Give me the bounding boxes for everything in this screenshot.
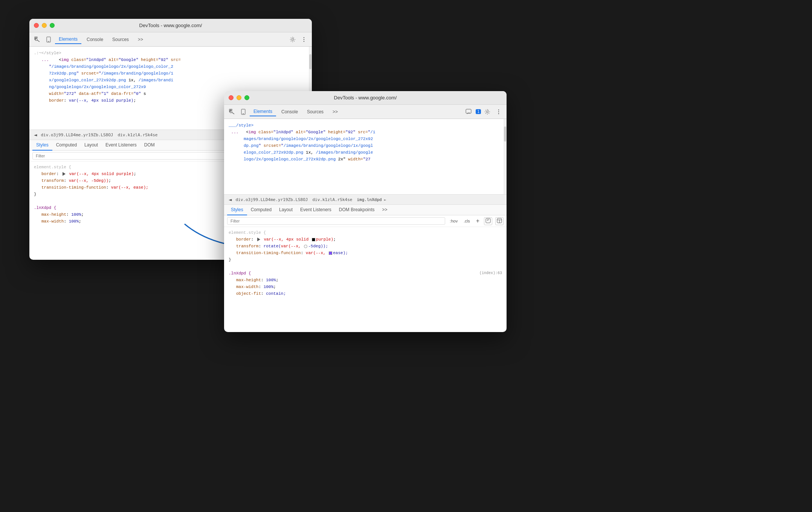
html-content-2: ___/style> ... <img class="lnXdpd" alt="…	[224, 119, 507, 166]
mobile-icon[interactable]	[44, 35, 53, 44]
html-scrollbar-thumb-1[interactable]	[309, 54, 311, 69]
svg-point-20	[498, 109, 499, 110]
styles-tab-layout-2[interactable]: Layout	[275, 205, 296, 215]
tab-elements-2[interactable]: Elements	[250, 107, 276, 116]
close-button-2[interactable]	[229, 95, 234, 100]
styles-tab-events-2[interactable]: Event Listeners	[296, 205, 335, 215]
breadcrumb-img[interactable]: img.lnXdpd	[357, 197, 382, 202]
toolbar-2: Elements Console Sources >> 1	[224, 105, 507, 119]
styles-tab-styles-1[interactable]: Styles	[32, 140, 52, 151]
tab-more-1[interactable]: >>	[134, 35, 147, 44]
cls-btn-2[interactable]: .cls	[462, 218, 472, 224]
chat-icon-2[interactable]	[464, 107, 473, 117]
tab-elements-1[interactable]: Elements	[55, 35, 81, 44]
svg-point-8	[304, 37, 304, 38]
svg-point-9	[304, 39, 304, 40]
html-line-5: x/googlelogo_color_272x92dp.png 1x, /ima…	[34, 77, 307, 84]
titlebar-2: DevTools - www.google.com/	[224, 91, 507, 105]
maximize-button-1[interactable]	[50, 23, 55, 28]
html-line-4: 72x92dp.png" srcset="/images/branding/go…	[34, 70, 307, 77]
more-options-icon-1[interactable]	[299, 35, 309, 44]
border-triangle-2[interactable]	[257, 238, 260, 241]
html-line2-5: elogo_color_272x92dp.png 1x, /images/bra…	[229, 149, 502, 156]
html-line2-3: mages/branding/googlelogo/2x/googlelogo_…	[229, 136, 502, 142]
tab-sources-2[interactable]: Sources	[303, 108, 327, 116]
hov-btn-2[interactable]: :hov	[448, 218, 459, 224]
styles-tab-computed-2[interactable]: Computed	[247, 205, 275, 215]
border-color-swatch[interactable]	[312, 238, 315, 241]
layout-btn-2[interactable]	[495, 217, 504, 225]
devtools-window-2: DevTools - www.google.com/ Elements Cons…	[224, 91, 507, 332]
timing-swatch[interactable]	[329, 251, 332, 255]
svg-point-21	[498, 111, 499, 112]
breadcrumb-bar-2: ◄ div.o3j99.LLD4me.yr19Zb.LS8OJ div.k1zl…	[224, 194, 507, 205]
styles-tab-dom-2[interactable]: DOM Breakpoints	[335, 205, 379, 215]
styles-tab-more-2[interactable]: >>	[379, 205, 391, 215]
html-line2-2: ... <img class="lnXdpd" alt="Google" hei…	[229, 129, 502, 136]
border-triangle-1[interactable]	[63, 172, 66, 176]
settings-icon-1[interactable]	[288, 35, 298, 44]
breadcrumb-div-2[interactable]: div.k1zlA.rSk4se	[313, 197, 353, 202]
styles-tab-events-1[interactable]: Event Listeners	[102, 140, 140, 151]
new-style-btn-2[interactable]: +	[475, 217, 481, 225]
svg-rect-1	[36, 37, 37, 38]
html-line-6: ng/googlelogo/2x/googlelogo_color_272x9	[34, 84, 307, 90]
filter-input-2[interactable]	[227, 217, 445, 225]
html-panel-2: ___/style> ... <img class="lnXdpd" alt="…	[224, 119, 507, 194]
tab-console-1[interactable]: Console	[83, 35, 107, 44]
minimize-button-1[interactable]	[42, 23, 47, 28]
css-rule-element-style-2: element.style { border: var(--x, 4px sol…	[229, 229, 502, 263]
svg-point-19	[487, 111, 488, 113]
node-style-btn-2[interactable]	[484, 217, 492, 225]
svg-rect-12	[231, 109, 232, 110]
mobile-icon-2[interactable]	[238, 107, 248, 117]
filter-bar-2: :hov .cls +	[224, 215, 507, 227]
styles-tab-styles-2[interactable]: Styles	[227, 205, 247, 215]
svg-rect-18	[466, 109, 471, 113]
css-rule-lnxdpd-2: .lnXdpd { (index):63 max-height: 100%; m…	[229, 270, 502, 297]
html-line-1: .:~</style>	[34, 50, 307, 56]
svg-point-10	[304, 41, 304, 41]
titlebar-1: DevTools - www.google.com/	[29, 19, 312, 32]
transform-swatch[interactable]	[304, 245, 307, 248]
html-line-2: ... <img class="lnXdpd" alt="Google" hei…	[34, 56, 307, 63]
html-scrollbar-2[interactable]	[504, 119, 507, 194]
styles-tab-layout-1[interactable]: Layout	[81, 140, 102, 151]
maximize-button-2[interactable]	[244, 95, 249, 100]
toolbar-1: Elements Console Sources >>	[29, 32, 312, 47]
breadcrumb-item-1[interactable]: div.o3j99.LLD4me.yr19Zb.LS8OJ	[41, 133, 113, 137]
breadcrumb-div-1[interactable]: div.o3j99.LLD4me.yr19Zb.LS8OJ	[235, 197, 308, 202]
svg-line-3	[37, 40, 40, 42]
html-line2-4: dp.png" srcset="/images/branding/googlel…	[229, 142, 502, 149]
html-scrollbar-thumb-2[interactable]	[504, 126, 506, 142]
styles-tab-computed-1[interactable]: Computed	[52, 140, 81, 151]
settings-icon-2[interactable]	[482, 107, 492, 117]
styles-tabs-2: Styles Computed Layout Event Listeners D…	[224, 205, 507, 215]
more-options-icon-2[interactable]	[494, 107, 504, 117]
breadcrumb-item-2[interactable]: div.k1zlA.rSk4se	[118, 133, 158, 137]
tab-console-2[interactable]: Console	[278, 108, 302, 116]
html-line2-6: logo/2x/googlelogo_color_272x92dp.png 2x…	[229, 156, 502, 163]
tab-more-2[interactable]: >>	[329, 108, 342, 116]
inspect-icon[interactable]	[32, 35, 42, 44]
css-content-2: element.style { border: var(--x, 4px sol…	[224, 227, 507, 299]
window-body-2: ___/style> ... <img class="lnXdpd" alt="…	[224, 119, 507, 332]
svg-line-14	[232, 112, 234, 114]
svg-point-7	[292, 38, 294, 40]
styles-area-2: Styles Computed Layout Event Listeners D…	[224, 205, 507, 332]
html-line2-1: ___/style>	[229, 122, 502, 129]
breadcrumb-back-1[interactable]: ◄	[32, 130, 38, 139]
minimize-button-2[interactable]	[237, 95, 241, 100]
close-button-1[interactable]	[34, 23, 39, 28]
inspect-icon-2[interactable]	[227, 107, 237, 117]
svg-point-22	[498, 113, 499, 114]
tab-sources-1[interactable]: Sources	[108, 35, 133, 44]
css-source-2: (index):63	[479, 270, 502, 277]
breadcrumb-back-2[interactable]: ◄	[227, 195, 233, 204]
svg-rect-0	[35, 37, 36, 38]
chat-badge-2: 1	[476, 109, 481, 114]
window-title-2: DevTools - www.google.com/	[334, 95, 397, 101]
styles-tab-dom-1[interactable]: DOM	[140, 140, 159, 151]
svg-rect-11	[229, 109, 230, 110]
html-line-3: "/images/branding/googlelogo/2x/googlelo…	[34, 63, 307, 70]
